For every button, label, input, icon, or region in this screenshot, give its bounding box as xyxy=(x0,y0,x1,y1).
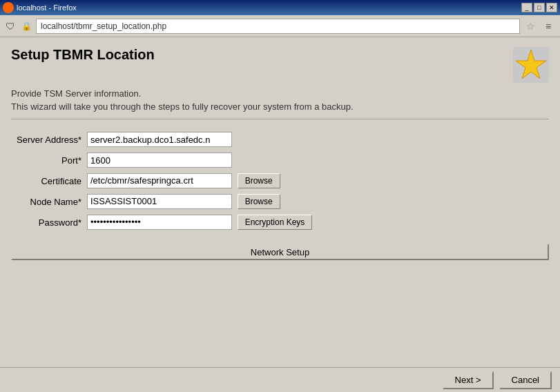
node-name-input[interactable] xyxy=(87,194,232,209)
node-name-field: Browse xyxy=(87,191,549,212)
shield-icon: 🛡 xyxy=(4,20,17,32)
page-title: Setup TBMR Location xyxy=(11,47,155,63)
certificate-row: Certificate Browse xyxy=(11,170,549,191)
description: This wizard will take you through the st… xyxy=(11,101,549,112)
bookmark-icon[interactable]: ☆ xyxy=(524,20,537,32)
page-header: Setup TBMR Location xyxy=(11,47,549,83)
subtitle: Provide TSM Server information. xyxy=(11,88,549,99)
content-area: Setup TBMR Location Provide TSM Server i… xyxy=(0,37,560,367)
browse-button-2[interactable]: Browse xyxy=(238,194,280,209)
certificate-label: Certificate xyxy=(11,170,87,191)
titlebar: localhost - Firefox _ □ ✕ xyxy=(0,0,560,15)
titlebar-buttons: _ □ ✕ xyxy=(521,3,557,12)
port-field xyxy=(87,150,549,170)
url-text: localhost/tbmr_setup_location.php xyxy=(41,21,166,31)
page-title-section: Setup TBMR Location xyxy=(11,47,155,63)
port-row: Port* xyxy=(11,150,549,170)
node-name-label: Node Name* xyxy=(11,191,87,212)
port-label: Port* xyxy=(11,150,87,170)
titlebar-title: localhost - Firefox xyxy=(17,3,77,12)
cancel-button[interactable]: Cancel xyxy=(499,371,552,389)
certificate-input[interactable] xyxy=(87,173,232,188)
password-label: Password* xyxy=(11,212,87,233)
node-name-row: Node Name* Browse xyxy=(11,191,549,212)
password-input[interactable] xyxy=(87,215,232,230)
lock-icon: 🔒 xyxy=(21,21,32,32)
next-button[interactable]: Next > xyxy=(443,371,494,389)
server-address-field xyxy=(87,129,549,150)
server-address-label: Server Address* xyxy=(11,129,87,150)
menu-icon[interactable]: ≡ xyxy=(541,19,556,34)
form-table: Server Address* Port* Certificate Browse… xyxy=(11,129,549,233)
bottombar: Next > Cancel xyxy=(0,367,560,392)
divider xyxy=(11,119,549,119)
tbmr-logo xyxy=(513,47,549,83)
firefox-icon xyxy=(3,2,14,13)
port-input[interactable] xyxy=(87,153,232,168)
server-address-row: Server Address* xyxy=(11,129,549,150)
password-field: Encryption Keys xyxy=(87,212,549,233)
minimize-button[interactable]: _ xyxy=(521,3,532,12)
password-row: Password* Encryption Keys xyxy=(11,212,549,233)
maximize-button[interactable]: □ xyxy=(534,3,545,12)
titlebar-left: localhost - Firefox xyxy=(3,2,77,13)
addressbar: 🛡 🔒 localhost/tbmr_setup_location.php ☆ … xyxy=(0,15,560,37)
url-bar[interactable]: localhost/tbmr_setup_location.php xyxy=(36,19,520,34)
network-setup-button[interactable]: Network Setup xyxy=(11,244,549,260)
encryption-keys-button[interactable]: Encryption Keys xyxy=(238,215,313,230)
browse-button-1[interactable]: Browse xyxy=(238,173,280,188)
server-address-input[interactable] xyxy=(87,132,232,147)
close-button[interactable]: ✕ xyxy=(546,3,557,12)
certificate-field: Browse xyxy=(87,170,549,191)
